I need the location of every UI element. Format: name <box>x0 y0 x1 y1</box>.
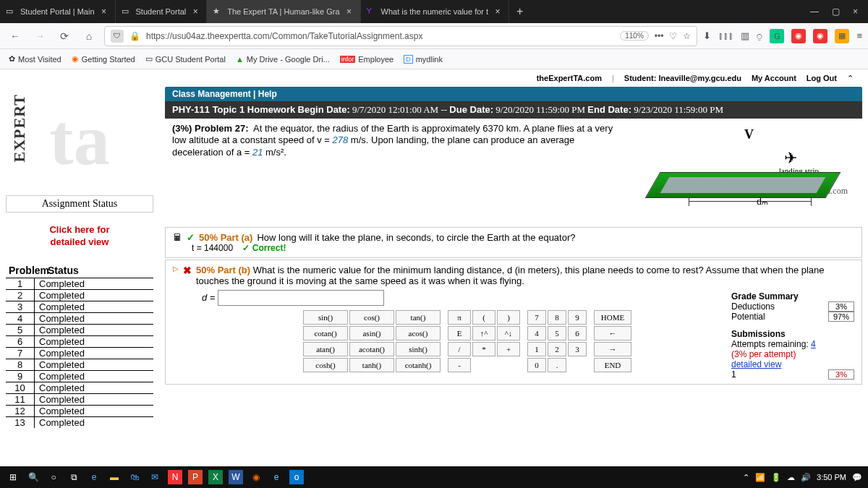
keypad-button[interactable]: 7 <box>527 310 546 325</box>
problem-row[interactable]: 8Completed <box>6 359 153 370</box>
keypad-button[interactable]: ↑^ <box>472 326 495 341</box>
problem-row[interactable]: 7Completed <box>6 347 153 359</box>
explorer-icon[interactable]: ▬ <box>107 470 122 484</box>
keypad-button[interactable]: sin() <box>303 310 348 325</box>
tray-up-icon[interactable]: ⌃ <box>743 473 749 482</box>
keypad-button[interactable]: 6 <box>568 326 587 341</box>
keypad-button[interactable]: 5 <box>548 326 566 341</box>
bookmark-item[interactable]: ◉Getting Started <box>72 54 135 64</box>
library-icon[interactable]: ⫿⫿⫿ <box>718 30 733 41</box>
keypad-button[interactable]: ← <box>594 326 631 341</box>
excel-icon[interactable]: X <box>208 470 223 484</box>
keypad-button[interactable]: atan() <box>303 342 348 356</box>
close-icon[interactable]: × <box>99 7 109 17</box>
wifi-icon[interactable]: 📶 <box>755 473 765 482</box>
keypad-button[interactable]: HOME <box>594 310 631 325</box>
browser-tab[interactable]: ▭Student Portal× <box>116 0 208 23</box>
ext-icon[interactable]: G <box>770 29 784 43</box>
clock[interactable]: 3:50 PM <box>817 473 846 481</box>
ext-icon[interactable]: ◉ <box>791 29 806 43</box>
store-icon[interactable]: 🛍 <box>127 470 142 484</box>
keypad-button[interactable]: cosh() <box>303 358 348 372</box>
close-icon[interactable]: × <box>190 7 200 17</box>
download-icon[interactable]: ⬇ <box>703 30 711 41</box>
bookmark-item[interactable]: Dmydlink <box>404 55 443 64</box>
keypad-button[interactable]: → <box>594 342 631 356</box>
keypad-button[interactable]: E <box>448 326 471 341</box>
keypad-button[interactable]: 0 <box>527 358 546 372</box>
ie-icon[interactable]: e <box>269 470 284 484</box>
close-icon[interactable]: × <box>493 7 503 17</box>
keypad-button[interactable]: 1 <box>527 342 546 356</box>
site-name[interactable]: theExpertTA.com <box>537 74 602 82</box>
detailed-view-link[interactable]: Click here for detailed view <box>6 224 153 249</box>
back-button[interactable]: ← <box>6 27 25 46</box>
keypad-button[interactable]: ( <box>472 310 495 325</box>
cortana-icon[interactable]: ○ <box>46 470 61 484</box>
keypad-button[interactable]: END <box>594 358 631 372</box>
problem-row[interactable]: 11Completed <box>6 393 153 405</box>
problem-row[interactable]: 6Completed <box>6 335 153 347</box>
browser-tab[interactable]: ★The Expert TA | Human-like Gra× <box>207 0 360 23</box>
app-icon[interactable]: o <box>289 470 304 484</box>
problem-row[interactable]: 2Completed <box>6 289 153 301</box>
keypad-button[interactable]: . <box>548 358 566 372</box>
word-icon[interactable]: W <box>229 470 243 484</box>
keypad-button[interactable]: 4 <box>527 326 546 341</box>
start-button[interactable]: ⊞ <box>6 470 20 484</box>
firefox-icon[interactable]: ◉ <box>249 470 263 484</box>
keypad-button[interactable]: 8 <box>548 310 566 325</box>
browser-tab[interactable]: YWhat is the numeric value for t× <box>361 0 510 23</box>
keypad-button[interactable]: - <box>448 358 471 372</box>
menu-icon[interactable]: ≡ <box>856 30 862 41</box>
problem-row[interactable]: 9Completed <box>6 370 153 382</box>
bookmark-item[interactable]: ▲My Drive - Google Dri... <box>236 55 330 64</box>
problem-row[interactable]: 4Completed <box>6 312 153 324</box>
problem-row[interactable]: 1Completed <box>6 278 153 289</box>
keypad-button[interactable]: sinh() <box>396 342 441 356</box>
notifications-icon[interactable]: 💬 <box>852 473 862 482</box>
zoom-indicator[interactable]: 110% <box>620 31 649 40</box>
keypad-button[interactable]: 3 <box>568 342 587 356</box>
problem-row[interactable]: 5Completed <box>6 324 153 335</box>
minimize-icon[interactable]: — <box>810 7 819 17</box>
ext-icon[interactable]: ▦ <box>835 29 849 43</box>
keypad-button[interactable]: acotan() <box>349 342 394 356</box>
bookmark-item[interactable]: inforEmployee <box>340 55 393 64</box>
problem-row[interactable]: 13Completed <box>6 416 153 428</box>
scroll-up-icon[interactable]: ⌃ <box>847 74 854 83</box>
keypad-button[interactable]: π <box>448 310 471 325</box>
bookmark-item[interactable]: ✿Most Visited <box>9 54 61 64</box>
cloud-icon[interactable]: ☁ <box>787 473 795 482</box>
battery-icon[interactable]: 🔋 <box>771 473 781 482</box>
volume-icon[interactable]: 🔊 <box>801 473 811 482</box>
search-icon[interactable]: 🔍 <box>26 470 41 484</box>
maximize-icon[interactable]: ▢ <box>832 7 840 17</box>
keypad-button[interactable]: * <box>472 342 495 356</box>
keypad-button[interactable]: cotanh() <box>396 358 441 372</box>
keypad-button[interactable]: ^↓ <box>497 326 520 341</box>
keypad-button[interactable]: tanh() <box>349 358 394 372</box>
ext-icon[interactable]: ◉ <box>813 29 827 43</box>
new-tab-button[interactable]: + <box>509 5 530 18</box>
keypad-button[interactable]: 9 <box>568 310 587 325</box>
keypad-button[interactable]: + <box>497 342 520 356</box>
problem-row[interactable]: 3Completed <box>6 301 153 312</box>
keypad-button[interactable]: tan() <box>396 310 441 325</box>
keypad-button[interactable]: acos() <box>396 326 441 341</box>
mail-icon[interactable]: ✉ <box>148 470 162 484</box>
logout-link[interactable]: Log Out <box>807 74 837 82</box>
reader-icon[interactable]: ♡ <box>669 31 677 41</box>
keypad-button[interactable]: asin() <box>349 326 394 341</box>
keypad-button[interactable]: 2 <box>548 342 566 356</box>
keypad-button[interactable]: / <box>448 342 471 356</box>
home-button[interactable]: ⌂ <box>80 27 98 46</box>
keypad-button[interactable]: cos() <box>349 310 394 325</box>
attempts-remaining[interactable]: 4 <box>811 339 816 349</box>
close-icon[interactable]: × <box>344 7 354 17</box>
powerpoint-icon[interactable]: P <box>188 470 203 484</box>
bookmark-item[interactable]: ▭GCU Student Portal <box>145 54 226 64</box>
edge-icon[interactable]: e <box>87 470 101 484</box>
sidebar-icon[interactable]: ▥ <box>741 30 749 41</box>
keypad-button[interactable]: cotan() <box>303 326 348 341</box>
